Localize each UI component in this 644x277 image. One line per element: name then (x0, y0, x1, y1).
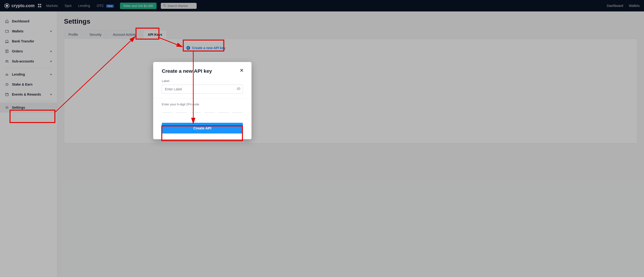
create-api-key-label: Create a new API key (192, 46, 226, 50)
svg-point-16 (6, 107, 8, 108)
sidebar-item-stake-earn[interactable]: Stake & Earn (0, 79, 57, 89)
settings-tabs: Profile Security Account Activity API Ke… (64, 30, 637, 39)
twofa-digit-input[interactable] (218, 112, 229, 113)
twofa-digit-input[interactable] (204, 112, 215, 113)
nav-otc[interactable]: OTC New (97, 4, 114, 8)
sidebar-label: Stake & Earn (12, 82, 32, 86)
home-icon (5, 19, 9, 23)
chevron-down-icon: ▼ (50, 93, 52, 96)
create-api-key-modal: Create a new API key Label Enter your 6-… (153, 62, 252, 139)
twofa-code-inputs (162, 112, 243, 113)
new-badge: New (106, 4, 114, 8)
nav-otc-label: OTC (97, 4, 104, 8)
svg-point-20 (238, 88, 238, 89)
search-icon (163, 4, 166, 8)
sidebar-item-events-rewards[interactable]: Events & Rewards ▼ (0, 89, 57, 99)
apps-icon[interactable] (38, 4, 42, 8)
chevron-down-icon: ▼ (50, 50, 52, 53)
api-keys-panel: + Create a new API key (64, 39, 637, 144)
sidebar-label: Bank Transfer (12, 39, 34, 43)
svg-rect-12 (6, 93, 8, 96)
nav-spot[interactable]: Spot (65, 4, 72, 8)
twofa-digit-input[interactable] (190, 112, 201, 113)
piggy-icon (5, 82, 9, 86)
contact-card-icon (237, 87, 240, 91)
tab-api-keys[interactable]: API Keys (143, 30, 167, 39)
svg-point-10 (8, 60, 8, 61)
sidebar-label: Sub-accounts (12, 59, 34, 63)
chevron-down-icon: ▼ (50, 60, 52, 63)
lending-icon (5, 72, 9, 76)
calendar-icon (5, 92, 9, 97)
chevron-down-icon: ▼ (50, 73, 52, 76)
brand[interactable]: crypto.com (4, 3, 34, 8)
label-input[interactable] (162, 85, 243, 94)
create-api-button[interactable]: Create API (162, 123, 243, 133)
sidebar-item-wallets[interactable]: Wallets ▼ (0, 26, 57, 36)
brand-icon (4, 3, 10, 8)
nav-wallets[interactable]: Wallets (629, 4, 640, 8)
twofa-digit-input[interactable] (232, 112, 243, 113)
top-nav: crypto.com Markets Spot Lending OTC New … (0, 0, 644, 11)
nav-markets[interactable]: Markets (46, 4, 58, 8)
nav-links: Markets Spot Lending OTC New (46, 4, 114, 8)
sidebar-item-bank-transfer[interactable]: Bank Transfer (0, 36, 57, 46)
sidebar-item-dashboard[interactable]: Dashboard (0, 16, 57, 26)
page-title: Settings (64, 18, 637, 25)
modal-title: Create a new API key (162, 68, 212, 74)
svg-marker-1 (6, 4, 8, 7)
create-api-key-link[interactable]: + Create a new API key (186, 46, 226, 50)
sidebar-item-orders[interactable]: Orders ▼ (0, 46, 57, 56)
sidebar: Dashboard Wallets ▼ Bank Transfer Orders… (0, 11, 57, 277)
wallet-icon (5, 29, 9, 33)
svg-point-2 (164, 4, 165, 6)
search-market[interactable] (161, 3, 196, 9)
sidebar-item-settings[interactable]: Settings (0, 102, 57, 112)
search-market-input[interactable] (168, 4, 194, 8)
svg-point-9 (6, 60, 7, 61)
brand-text: crypto.com (12, 3, 34, 8)
twofa-prompt: Enter your 6-digit 2FA code (162, 102, 243, 106)
sidebar-divider (5, 68, 52, 68)
sidebar-label: Lending (12, 72, 25, 76)
gear-icon (5, 105, 9, 110)
sidebar-label: Settings (12, 106, 25, 109)
tab-security[interactable]: Security (85, 30, 106, 39)
tab-profile[interactable]: Profile (64, 30, 82, 39)
users-icon (5, 59, 9, 63)
svg-line-3 (165, 6, 166, 7)
main-content: Settings Profile Security Account Activi… (57, 11, 644, 277)
chevron-down-icon: ▼ (50, 30, 52, 33)
tab-account-activity[interactable]: Account Activity (108, 30, 141, 39)
nav-right: Dashboard Wallets (607, 4, 640, 8)
nav-lending[interactable]: Lending (78, 4, 90, 8)
sidebar-label: Dashboard (12, 19, 29, 23)
sidebar-label: Orders (12, 49, 23, 53)
twofa-digit-input[interactable] (176, 112, 186, 113)
modal-close-button[interactable] (238, 68, 245, 73)
nav-dashboard[interactable]: Dashboard (607, 4, 623, 8)
sidebar-divider (5, 101, 52, 101)
orders-icon (5, 49, 9, 53)
refer-button[interactable]: Refer and Get $2,000 (120, 2, 156, 9)
sidebar-label: Wallets (12, 29, 24, 33)
sidebar-item-sub-accounts[interactable]: Sub-accounts ▼ (0, 56, 57, 66)
close-icon (240, 68, 244, 72)
twofa-digit-input[interactable] (162, 112, 172, 113)
sidebar-label: Events & Rewards (12, 92, 41, 96)
label-field-label: Label (162, 79, 243, 83)
bank-icon (5, 39, 9, 43)
svg-point-11 (6, 83, 8, 85)
sidebar-item-lending[interactable]: Lending ▼ (0, 69, 57, 79)
plus-circle-icon: + (186, 46, 190, 50)
